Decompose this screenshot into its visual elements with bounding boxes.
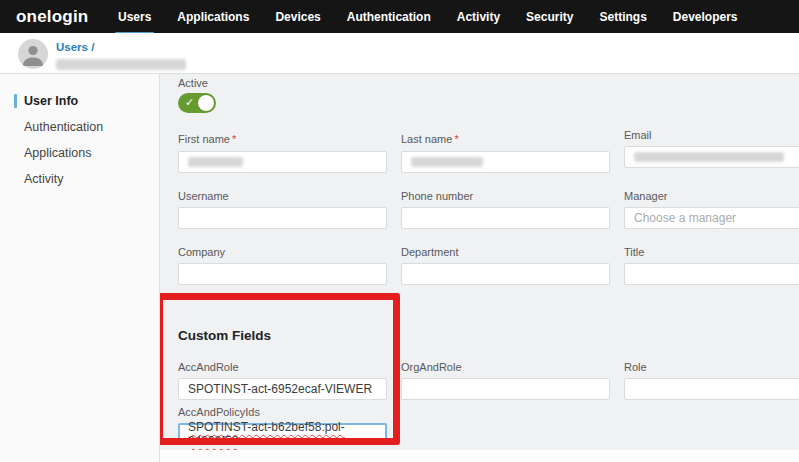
field-role: Role xyxy=(624,361,799,400)
nav-item-activity[interactable]: Activity xyxy=(444,0,513,33)
field-company: Company xyxy=(178,246,387,285)
main-nav: Users Applications Devices Authenticatio… xyxy=(105,0,751,33)
email-input[interactable] xyxy=(624,146,799,168)
redacted-value xyxy=(634,152,784,162)
breadcrumb-bar: Users / xyxy=(0,33,799,74)
company-input[interactable] xyxy=(178,263,387,285)
field-acc-and-policy-ids: AccAndPolicyIds SPOTINST-act-b62bef58:po… xyxy=(178,406,387,445)
field-username: Username xyxy=(178,190,387,229)
company-label: Company xyxy=(178,246,387,259)
required-asterisk: * xyxy=(454,133,458,145)
sidebar-item-applications[interactable]: Applications xyxy=(0,140,159,166)
field-last-name: Last name* xyxy=(401,129,610,173)
custom-fields-heading: Custom Fields xyxy=(178,328,799,344)
user-avatar xyxy=(18,39,48,69)
nav-item-settings[interactable]: Settings xyxy=(586,0,659,33)
redacted-value xyxy=(188,157,243,167)
field-title: Title xyxy=(624,246,799,285)
sidebar-item-authentication[interactable]: Authentication xyxy=(0,114,159,140)
field-phone-number: Phone number xyxy=(401,190,610,229)
field-org-and-role: OrgAndRole xyxy=(401,361,610,400)
acc-and-role-label: AccAndRole xyxy=(178,361,387,374)
person-icon xyxy=(18,39,48,69)
acc-and-policy-ids-input[interactable]: SPOTINST-act-b62bef58:pol-64828f58 xyxy=(178,423,387,445)
role-label: Role xyxy=(624,361,799,374)
phone-number-input[interactable] xyxy=(401,207,610,229)
last-name-label: Last name xyxy=(401,133,452,145)
required-asterisk: * xyxy=(232,133,236,145)
manager-placeholder: Choose a manager xyxy=(634,211,736,225)
sidebar-item-user-info[interactable]: User Info xyxy=(0,88,159,114)
org-and-role-label: OrgAndRole xyxy=(401,361,610,374)
nav-item-users[interactable]: Users xyxy=(105,0,164,33)
first-name-input[interactable] xyxy=(178,151,387,173)
redacted-value xyxy=(411,157,483,167)
active-toggle[interactable]: ✓ xyxy=(178,93,216,113)
nav-item-security[interactable]: Security xyxy=(513,0,586,33)
user-info-form: Active ✓ First name* Last name* Email Us… xyxy=(160,74,799,462)
field-department: Department xyxy=(401,246,610,285)
active-label: Active xyxy=(178,77,799,90)
email-label: Email xyxy=(624,129,799,142)
title-input[interactable] xyxy=(624,263,799,285)
field-first-name: First name* xyxy=(178,129,387,173)
sidebar-item-activity[interactable]: Activity xyxy=(0,166,159,192)
role-input[interactable] xyxy=(624,378,799,400)
phone-number-label: Phone number xyxy=(401,190,610,203)
manager-select[interactable]: Choose a manager xyxy=(624,207,799,229)
field-acc-and-role: AccAndRole SPOTINST-act-6952ecaf-VIEWER xyxy=(178,361,387,400)
left-sidebar: User Info Authentication Applications Ac… xyxy=(0,74,160,462)
username-label: Username xyxy=(178,190,387,203)
toggle-knob xyxy=(198,95,214,111)
title-label: Title xyxy=(624,246,799,259)
onelogin-logo: onelogin xyxy=(16,0,88,33)
last-name-input[interactable] xyxy=(401,151,610,173)
breadcrumb-users-link[interactable]: Users / xyxy=(56,41,94,53)
check-icon: ✓ xyxy=(185,96,194,109)
acc-and-role-input[interactable]: SPOTINST-act-6952ecaf-VIEWER xyxy=(178,378,387,400)
nav-item-devices[interactable]: Devices xyxy=(262,0,333,33)
acc-and-policy-ids-label: AccAndPolicyIds xyxy=(178,406,387,419)
field-manager: Manager Choose a manager xyxy=(624,190,799,229)
username-input[interactable] xyxy=(178,207,387,229)
nav-item-authentication[interactable]: Authentication xyxy=(334,0,444,33)
nav-item-applications[interactable]: Applications xyxy=(164,0,262,33)
section-divider-strip xyxy=(160,450,799,462)
department-input[interactable] xyxy=(401,263,610,285)
department-label: Department xyxy=(401,246,610,259)
field-email: Email xyxy=(624,129,799,173)
redacted-user-name xyxy=(56,59,186,70)
nav-item-developers[interactable]: Developers xyxy=(660,0,751,33)
manager-label: Manager xyxy=(624,190,799,203)
org-and-role-input[interactable] xyxy=(401,378,610,400)
top-nav: onelogin Users Applications Devices Auth… xyxy=(0,0,799,33)
first-name-label: First name xyxy=(178,133,230,145)
